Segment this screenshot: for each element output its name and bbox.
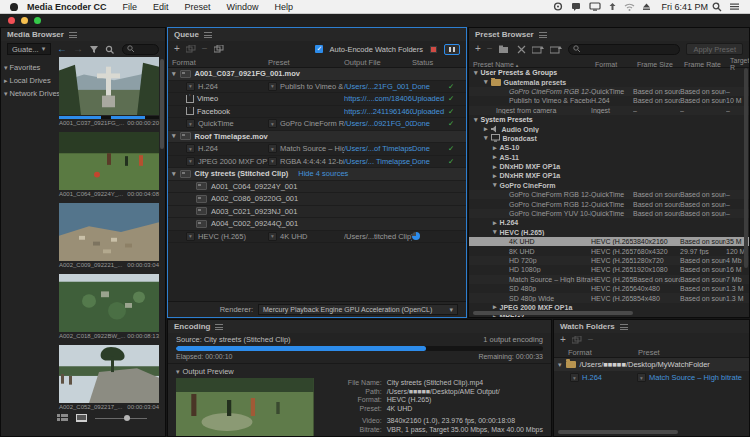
menu-window[interactable]: Window <box>219 2 267 12</box>
chat-status-icon[interactable] <box>571 2 582 11</box>
sort-ascending-icon[interactable]: ▴ <box>516 62 519 68</box>
minimize-window-button[interactable] <box>21 17 28 24</box>
stop-queue-button[interactable] <box>429 45 438 54</box>
thumbnail-view-icon[interactable] <box>76 414 87 422</box>
preset-horizontal-scrollbar[interactable] <box>473 311 633 315</box>
menu-preset[interactable]: Preset <box>177 2 219 12</box>
preset-row[interactable]: Ingest from cameraIngest––– <box>469 106 749 115</box>
remove-watch-folder-button[interactable]: − <box>588 335 594 345</box>
eject-icon[interactable] <box>642 2 651 11</box>
zoom-window-button[interactable] <box>34 17 41 24</box>
auto-encode-checkbox[interactable]: ✓ <box>315 45 323 53</box>
clip-thumbnail[interactable]: A002_C009_092221_...00:00:03:04 <box>59 203 159 271</box>
preset-category-row[interactable]: ▸AS-11 <box>469 153 749 162</box>
preset-row[interactable]: GoPro CineForm RGB 12-bit with alpha (Al… <box>469 87 749 96</box>
menu-file[interactable]: File <box>115 2 146 12</box>
pause-queue-button[interactable] <box>444 44 460 55</box>
remove-preset-button[interactable]: − <box>487 44 493 54</box>
queue-subsource-row[interactable]: A001_C064_09224Y_001 <box>168 181 466 194</box>
duplicate-icon[interactable] <box>572 336 582 344</box>
preset-row-selected[interactable]: 4K UHDHEVC (H.265)3840x2160Based on sour… <box>469 237 749 246</box>
export-preset-icon[interactable] <box>550 45 562 54</box>
panel-menu-icon[interactable] <box>215 324 223 330</box>
media-scrollbar[interactable] <box>160 59 164 149</box>
queue-source-row[interactable]: ▾ City streets (Stitched Clip) Hide 4 so… <box>168 168 466 181</box>
preset-category-row[interactable]: ▸H.264 <box>469 218 749 227</box>
preset-row[interactable]: HD 1080pHEVC (H.265)1920x1080Based on so… <box>469 265 749 274</box>
duplicate-icon[interactable] <box>186 45 196 53</box>
watch-output-row[interactable]: ▾ H.264 ▾ Match Source – High bitrate <box>554 371 749 384</box>
clip-thumbnail[interactable]: A001_C037_0921FG_...00:00:00:20 <box>59 57 159 129</box>
add-watch-folder-button[interactable]: + <box>560 335 566 345</box>
format-dropdown[interactable]: ▾ <box>186 119 195 128</box>
format-dropdown[interactable]: ▾ <box>186 144 195 153</box>
output-file-link[interactable]: /Users/...of Timelapse.mp4 <box>344 144 412 153</box>
queue-output-row[interactable]: ▾H.264 ▾Publish to Vimeo & Face... /User… <box>168 81 466 94</box>
queue-upload-row[interactable]: Vimeo https://....com/184066142 Uploaded… <box>168 93 466 106</box>
close-window-button[interactable] <box>8 17 15 24</box>
upload-status-icon[interactable] <box>608 2 617 11</box>
output-file-link[interactable]: /Users/... Timelapse_1.mxf <box>344 157 412 166</box>
queue-subsource-row[interactable]: A004_C002_09244Q_001 <box>168 218 466 231</box>
clip-thumbnail[interactable]: A002_C018_0922BW_...00:00:08:13 <box>59 274 159 342</box>
filter-icon[interactable] <box>89 45 99 54</box>
queue-output-row[interactable]: ▾QuickTime ▾GoPro CineForm RGB 12... /Us… <box>168 118 466 131</box>
upload-url-link[interactable]: https://...24119614602283 <box>344 107 412 116</box>
chevron-down-icon[interactable]: ▾ <box>172 170 176 178</box>
notification-center-icon[interactable] <box>729 2 740 11</box>
preset-dropdown[interactable]: ▾ <box>268 82 277 91</box>
queue-source-row[interactable]: ▾ A001_C037_0921FG_001.mov <box>168 68 466 81</box>
add-output-button[interactable]: + <box>174 44 180 54</box>
watch-horizontal-scrollbar[interactable] <box>558 430 678 434</box>
preset-category-row[interactable]: ▸DNxHD MXF OP1a <box>469 162 749 171</box>
preset-category-row[interactable]: ▸AS-10 <box>469 143 749 152</box>
zoom-view-icon[interactable] <box>105 45 116 54</box>
display-status-icon[interactable] <box>589 2 601 11</box>
preset-row[interactable]: HD 720pHEVC (H.265)1280x720Based on sour… <box>469 256 749 265</box>
import-preset-icon[interactable] <box>532 45 544 54</box>
preset-dropdown[interactable]: ▾ <box>268 157 277 166</box>
thumbnail-size-slider[interactable] <box>95 418 147 419</box>
preset-row[interactable]: GoPro CineForm RGB 12-bit with alphaQuic… <box>469 190 749 199</box>
back-button[interactable]: ← <box>57 44 67 54</box>
preset-category-row[interactable]: ▾HEVC (H.265) <box>469 228 749 237</box>
new-group-icon[interactable] <box>499 45 511 54</box>
hide-sources-link[interactable]: Hide 4 sources <box>298 169 348 178</box>
preset-group-row[interactable]: ▾User Presets & Groups <box>469 68 749 77</box>
remove-output-button[interactable]: − <box>202 44 208 54</box>
format-dropdown[interactable]: ▾ <box>186 82 195 91</box>
menu-edit[interactable]: Edit <box>145 2 177 12</box>
watch-folder-row[interactable]: ▾ /Users/■■■■■/Desktop/MyWatchFolder <box>554 358 749 371</box>
preset-dropdown[interactable]: ▾ <box>268 119 277 128</box>
renderer-dropdown[interactable]: Mercury Playback Engine GPU Acceleration… <box>258 304 458 315</box>
panel-menu-icon[interactable] <box>69 32 77 38</box>
preset-category-row[interactable]: ▾GoPro CineForm <box>469 181 749 190</box>
queue-output-row-encoding[interactable]: ▾HEVC (H.265) ▾4K UHD /Users/...titched … <box>168 231 466 244</box>
panel-menu-icon[interactable] <box>539 32 547 38</box>
chevron-down-icon[interactable]: ▾ <box>176 368 180 376</box>
panel-menu-icon[interactable] <box>620 324 628 330</box>
forward-button[interactable]: → <box>73 44 83 54</box>
preset-category-row[interactable]: ▸DNxHR MXF OP1a <box>469 171 749 180</box>
clip-thumbnail[interactable]: A002_C052_092217_...00:00:03:04 <box>59 345 159 411</box>
preset-row[interactable]: GoPro CineForm RGB 12-bit with alpha...Q… <box>469 199 749 208</box>
media-search-input[interactable] <box>122 44 159 55</box>
apple-menu-icon[interactable] <box>10 3 18 11</box>
clip-thumbnail[interactable]: A001_C064_09224Y_...00:00:04:08 <box>59 132 159 200</box>
preset-row[interactable]: 8K UHDHEVC (H.265)7680x432029.97 fps120 … <box>469 246 749 255</box>
format-dropdown[interactable]: ▾ <box>186 232 195 241</box>
tree-item-favorites[interactable]: ▾ Favorites <box>1 61 57 74</box>
preset-dropdown[interactable]: ▾ <box>268 232 277 241</box>
preset-row[interactable]: Publish to Vimeo & FacebookH.264Based on… <box>469 96 749 105</box>
apply-preset-button[interactable]: Apply Preset <box>686 43 743 55</box>
queue-source-row[interactable]: ▾ Roof Timelapse.mov <box>168 131 466 144</box>
panel-menu-icon[interactable] <box>204 32 212 38</box>
queue-subsource-row[interactable]: A003_C021_0923NJ_001 <box>168 206 466 219</box>
add-preset-button[interactable]: + <box>475 44 481 54</box>
keyboard-status-icon[interactable] <box>553 2 564 11</box>
list-view-icon[interactable] <box>57 414 68 422</box>
format-dropdown[interactable]: ▾ <box>186 157 195 166</box>
wifi-icon[interactable] <box>624 2 635 11</box>
preset-dropdown[interactable]: ▾ <box>637 373 646 382</box>
preset-row[interactable]: SD 480pHEVC (H.265)640x480Based on sourc… <box>469 284 749 293</box>
